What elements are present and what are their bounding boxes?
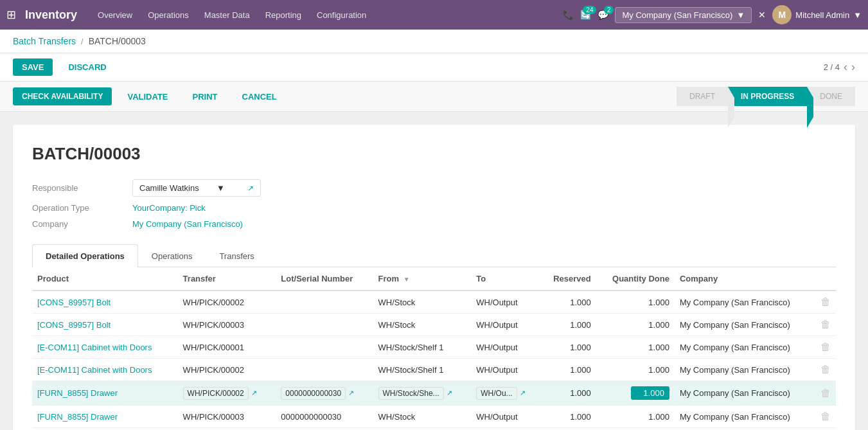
cancel-button[interactable]: CANCEL (233, 87, 286, 106)
cell-company: My Company (San Francisco) (675, 381, 815, 406)
tabs: Detailed Operations Operations Transfers (32, 244, 836, 267)
lot-select[interactable]: 0000000000030 (281, 387, 346, 400)
company-value[interactable]: My Company (San Francisco) (132, 219, 243, 229)
cell-reserved: 1.000 (540, 359, 596, 381)
cell-from: WH/Stock/She...↗ (373, 381, 472, 406)
user-section[interactable]: M Mitchell Admin ▼ (772, 5, 862, 24)
cell-product: [FURN_8855] Drawer (32, 381, 178, 406)
cell-reserved: 1.000 (540, 336, 596, 359)
tab-detailed-operations[interactable]: Detailed Operations (32, 244, 138, 267)
main-content: BATCH/00003 Responsible Camille Watkins … (0, 112, 868, 430)
cell-lot-serial: 0000000000030 (276, 406, 373, 428)
col-reserved: Reserved (540, 267, 596, 291)
status-bar: CHECK AVAILABILITY VALIDATE PRINT CANCEL… (0, 82, 868, 112)
col-company: Company (675, 267, 815, 291)
nav-items: Overview Operations Master Data Reportin… (96, 8, 563, 22)
responsible-ext-link[interactable]: ↗ (247, 184, 254, 193)
check-availability-button[interactable]: CHECK AVAILABILITY (13, 87, 112, 105)
tab-operations[interactable]: Operations (138, 244, 206, 267)
nav-counter: 2 / 4 (824, 62, 840, 72)
company-label: Company (32, 219, 122, 229)
user-name: Mitchell Admin (795, 10, 849, 20)
phone-icon[interactable]: 📞 (563, 10, 574, 20)
cell-qty-done: 1.000 (596, 336, 675, 359)
company-row: Company My Company (San Francisco) (32, 219, 836, 229)
cell-reserved: 1.000 (540, 428, 596, 431)
chat-icon[interactable]: 💬2 (598, 10, 608, 20)
operation-type-value[interactable]: YourCompany: Pick (132, 203, 206, 213)
operation-type-label: Operation Type (32, 203, 122, 213)
nav-arrows: 2 / 4 ‹ › (824, 60, 855, 74)
table-row: [FURN_8855] Drawer WH/PICK/00003 0000000… (32, 406, 836, 428)
lot-ext-icon[interactable]: ↗ (348, 389, 354, 397)
status-in-progress: IN PROGRESS (728, 87, 807, 106)
cell-product: [FURN_2100] Drawer Black (32, 428, 178, 431)
breadcrumb-separator: / (81, 37, 84, 46)
cell-delete: 🗑 (815, 291, 836, 314)
nav-reporting[interactable]: Reporting (264, 8, 303, 22)
breadcrumb-parent[interactable]: Batch Transfers (13, 36, 76, 46)
grid-icon[interactable]: ⊞ (6, 8, 16, 22)
cell-transfer: WH/PICK/00003 (178, 314, 276, 336)
cell-reserved: 1.000 (540, 406, 596, 428)
chat-badge: 2 (604, 6, 614, 14)
table-row: [FURN_8855] Drawer WH/PICK/00002↗ 000000… (32, 381, 836, 406)
from-ext-icon[interactable]: ↗ (447, 389, 452, 397)
col-from[interactable]: From ▼ (373, 267, 472, 291)
user-dropdown-icon: ▼ (853, 10, 862, 20)
form-card: BATCH/00003 Responsible Camille Watkins … (13, 125, 855, 430)
qty-done-input[interactable] (631, 386, 669, 400)
to-ext-icon[interactable]: ↗ (520, 389, 526, 397)
to-select[interactable]: WH/Ou... (476, 387, 517, 400)
breadcrumb-current: BATCH/00003 (89, 36, 146, 46)
tab-transfers[interactable]: Transfers (206, 244, 267, 267)
cell-lot-serial: 0000000000030↗ (276, 381, 373, 406)
delete-row-button[interactable]: 🗑 (820, 296, 831, 308)
delete-row-button[interactable]: 🗑 (820, 364, 831, 375)
nav-overview[interactable]: Overview (96, 8, 134, 22)
action-bar: SAVE DISCARD 2 / 4 ‹ › (0, 53, 868, 82)
delete-row-button[interactable]: 🗑 (820, 411, 831, 422)
cell-company: My Company (San Francisco) (675, 314, 815, 336)
transfer-ext-icon[interactable]: ↗ (251, 389, 257, 397)
prev-button[interactable]: ‹ (844, 60, 847, 74)
cell-delete: 🗑 (815, 381, 836, 406)
nav-master-data[interactable]: Master Data (203, 8, 251, 22)
company-selector[interactable]: My Company (San Francisco) ▼ (615, 7, 752, 23)
cell-product: [E-COM11] Cabinet with Doors (32, 359, 178, 381)
cell-to: WH/Output (471, 359, 540, 381)
delete-row-button[interactable]: 🗑 (820, 341, 831, 353)
discard-button[interactable]: DISCARD (59, 58, 115, 76)
cell-product: [E-COM11] Cabinet with Doors (32, 336, 178, 359)
col-actions (815, 267, 836, 291)
cell-to: WH/Output (471, 428, 540, 431)
cell-lot-serial (276, 314, 373, 336)
cell-lot-serial: 0000000010001 (276, 428, 373, 431)
save-button[interactable]: SAVE (13, 58, 53, 76)
clock-icon[interactable]: 🔄24 (580, 10, 591, 20)
validate-button[interactable]: VALIDATE (118, 87, 177, 106)
breadcrumb: Batch Transfers / BATCH/00003 (0, 30, 868, 53)
nav-operations[interactable]: Operations (146, 8, 190, 22)
cell-product: [CONS_89957] Bolt (32, 291, 178, 314)
cell-from: WH/Stock/Shelf 1 (373, 336, 472, 359)
top-nav: ⊞ Inventory Overview Operations Master D… (0, 0, 868, 30)
cell-company: My Company (San Francisco) (675, 291, 815, 314)
cell-transfer: WH/PICK/00002 (178, 359, 276, 381)
nav-configuration[interactable]: Configuration (315, 8, 368, 22)
cell-reserved: 1.000 (540, 381, 596, 406)
delete-row-button[interactable]: 🗑 (820, 319, 831, 330)
from-select[interactable]: WH/Stock/She... (378, 387, 444, 400)
responsible-select[interactable]: Camille Watkins ▼ ↗ (132, 179, 261, 197)
col-product: Product (32, 267, 178, 291)
company-name: My Company (San Francisco) (622, 10, 732, 20)
responsible-dropdown-icon: ▼ (217, 183, 225, 193)
cell-delete: 🗑 (815, 359, 836, 381)
delete-row-button[interactable]: 🗑 (820, 388, 831, 399)
cell-reserved: 1.000 (540, 291, 596, 314)
app-title: Inventory (25, 8, 77, 22)
next-button[interactable]: › (851, 60, 855, 74)
close-icon[interactable]: ✕ (758, 10, 766, 20)
transfer-select[interactable]: WH/PICK/00002 (183, 387, 249, 400)
print-button[interactable]: PRINT (184, 87, 227, 106)
